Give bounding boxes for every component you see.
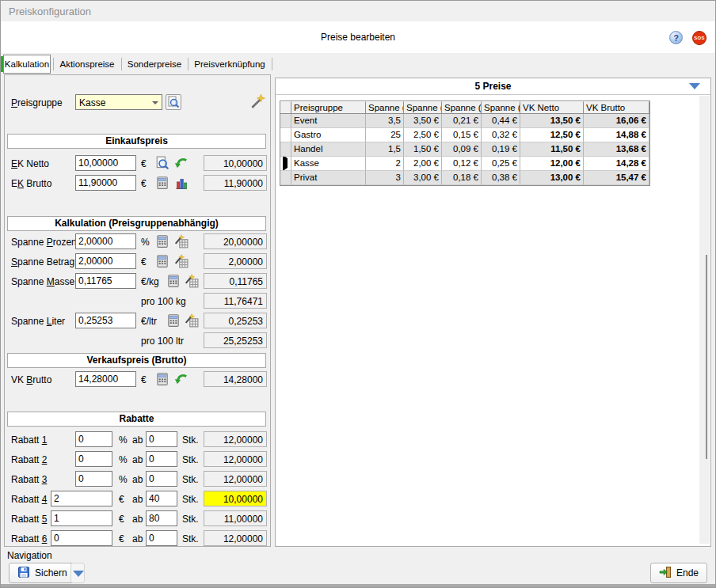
stk-label: Stk. [182, 514, 199, 525]
gutter-header-cell [280, 101, 291, 114]
wand-grid-icon[interactable] [174, 234, 189, 248]
rabatt-5-input[interactable] [51, 510, 112, 526]
col-header-spanne-prozent[interactable]: Spanne (% [366, 101, 404, 114]
col-header-vk-netto[interactable]: VK Netto [520, 101, 584, 114]
ek-netto-unit: € [141, 158, 147, 169]
wand-grid-icon[interactable] [185, 313, 199, 328]
preisgruppe-row: Preisgruppe Kasse [5, 94, 270, 111]
spanne-betrag-unit: € [141, 256, 147, 267]
pro-100-kg-row: pro 100 kg 11,76471 [5, 293, 270, 309]
row-gutter [280, 142, 291, 157]
table-row-handel[interactable]: Handel 1,5 1,50 € 0,09 € 0,19 € 11,50 € … [280, 142, 649, 157]
col-header-vk-brutto[interactable]: VK Brutto [584, 101, 649, 114]
table-row-gastro[interactable]: Gastro 25 2,50 € 0,15 € 0,32 € 12,50 € 1… [280, 128, 649, 142]
calculator-icon[interactable] [155, 372, 169, 386]
ek-netto-input[interactable] [75, 155, 136, 171]
ab-label: ab [132, 494, 143, 505]
rabatt-5-ab-input[interactable] [146, 510, 177, 526]
row-gutter [280, 171, 291, 185]
magic-wand-icon[interactable] [249, 93, 265, 109]
cell-spanne-prozent: 25 [366, 128, 404, 142]
save-button[interactable]: Sichern [9, 563, 76, 583]
undo-arrow-icon[interactable] [174, 372, 189, 386]
cell-vk-brutto: 14,28 € [584, 157, 649, 171]
sos-icon[interactable]: SOS [692, 31, 706, 45]
spanne-liter-input[interactable] [75, 313, 136, 328]
collapse-arrow-icon[interactable] [689, 83, 700, 89]
rabatt-2-ab-input[interactable] [146, 451, 177, 467]
row-gutter-selected [280, 157, 291, 171]
spanne-betrag-result: 2,00000 [204, 253, 267, 269]
undo-arrow-icon[interactable] [174, 156, 189, 170]
rabatt-3-input[interactable] [75, 471, 112, 487]
ek-brutto-row: EK Brutto € 11,90000 [5, 175, 270, 192]
cell-vk-brutto: 16,06 € [584, 114, 649, 128]
preisgruppe-lookup-button[interactable] [166, 94, 181, 110]
vertical-scrollbar[interactable] [699, 96, 710, 544]
calculator-icon[interactable] [166, 274, 181, 288]
table-row-privat[interactable]: Privat 3 3,00 € 0,18 € 0,38 € 13,00 € 15… [280, 171, 649, 185]
ab-label: ab [132, 454, 143, 465]
tab-separator [188, 58, 189, 70]
rabatt-4-input[interactable] [51, 491, 112, 506]
rabatt-4-row: Rabatt 4 € ab Stk. 10,00000 [5, 491, 270, 507]
tab-aktionspreise[interactable]: Aktionspreise [55, 55, 120, 74]
spanne-liter-unit: €/ltr [141, 316, 157, 327]
tab-separator [272, 58, 272, 70]
calculator-icon[interactable] [166, 313, 181, 328]
rabatt-1-ab-input[interactable] [146, 431, 177, 447]
tab-kalkulation[interactable]: Kalkulation [3, 55, 51, 74]
preisgruppe-select[interactable]: Kasse [75, 94, 162, 110]
calculator-icon[interactable] [155, 234, 169, 248]
rabatt-6-input[interactable] [51, 530, 112, 546]
rabatt-1-input[interactable] [75, 431, 112, 447]
rabatt-3-ab-input[interactable] [146, 471, 177, 487]
col-header-spanne-ltr[interactable]: Spanne (lt [482, 101, 520, 114]
cell-spanne-kg: 0,15 € [442, 128, 482, 142]
col-header-preisgruppe[interactable]: Preisgruppe [291, 101, 366, 114]
spanne-betrag-input[interactable] [75, 253, 136, 269]
end-button[interactable]: Ende [650, 563, 707, 583]
rabatt-5-label: Rabatt 5 [11, 514, 47, 525]
wand-grid-icon[interactable] [174, 254, 189, 268]
exit-door-icon [659, 566, 672, 581]
vk-brutto-input[interactable] [75, 371, 136, 387]
rabatt-2-input[interactable] [75, 451, 112, 467]
rabatt-3-row: Rabatt 3 % ab Stk. 12,00000 [5, 471, 270, 487]
wand-grid-icon[interactable] [185, 274, 199, 288]
window-bottom-edge [1, 584, 715, 587]
price-list-header[interactable]: 5 Preise [276, 78, 710, 95]
help-icon[interactable]: ? [669, 31, 683, 44]
price-table-header-row: Preisgruppe Spanne (% Spanne (€ Spanne (… [280, 101, 649, 114]
cell-spanne-eur: 1,50 € [404, 142, 442, 157]
rabatt-2-label: Rabatt 2 [11, 454, 47, 465]
stk-label: Stk. [182, 533, 199, 544]
ek-brutto-input[interactable] [75, 175, 136, 191]
calculator-icon[interactable] [155, 176, 169, 190]
spanne-masse-input[interactable] [75, 273, 136, 289]
rabatt-6-ab-input[interactable] [146, 530, 177, 546]
pro-100-kg-result: 11,76471 [204, 293, 267, 309]
cell-spanne-prozent: 3,5 [366, 114, 404, 128]
tab-strip: Kalkulation Aktionspreise Sonderpreise P… [1, 53, 715, 74]
spanne-prozent-input[interactable] [75, 233, 136, 249]
spanne-masse-unit: €/kg [141, 276, 159, 287]
save-dropdown-button[interactable] [70, 563, 85, 583]
tab-preisverknuepfung[interactable]: Preisverknüpfung [189, 55, 270, 74]
table-row-event[interactable]: Event 3,5 3,50 € 0,21 € 0,44 € 13,50 € 1… [280, 114, 649, 128]
table-row-kasse[interactable]: Kasse 2 2,00 € 0,12 € 0,25 € 12,00 € 14,… [280, 157, 649, 171]
cell-vk-netto: 12,00 € [520, 157, 584, 171]
calculator-icon[interactable] [155, 254, 169, 268]
cell-spanne-ltr: 0,38 € [482, 171, 520, 185]
bar-chart-icon[interactable] [174, 176, 189, 190]
scrollbar-thumb[interactable] [706, 255, 707, 459]
tab-sonderpreise[interactable]: Sonderpreise [123, 55, 186, 74]
rabatt-4-ab-input[interactable] [146, 491, 177, 506]
section-header-rabatte: Rabatte [7, 412, 266, 427]
ek-brutto-result: 11,90000 [204, 175, 267, 191]
col-header-spanne-eur[interactable]: Spanne (€ [404, 101, 442, 114]
spanne-masse-row: Spanne Masse €/kg 0,11765 [5, 273, 270, 290]
lookup-icon[interactable] [155, 156, 169, 170]
cell-spanne-kg: 0,21 € [442, 114, 482, 128]
col-header-spanne-kg[interactable]: Spanne (k [442, 101, 482, 114]
